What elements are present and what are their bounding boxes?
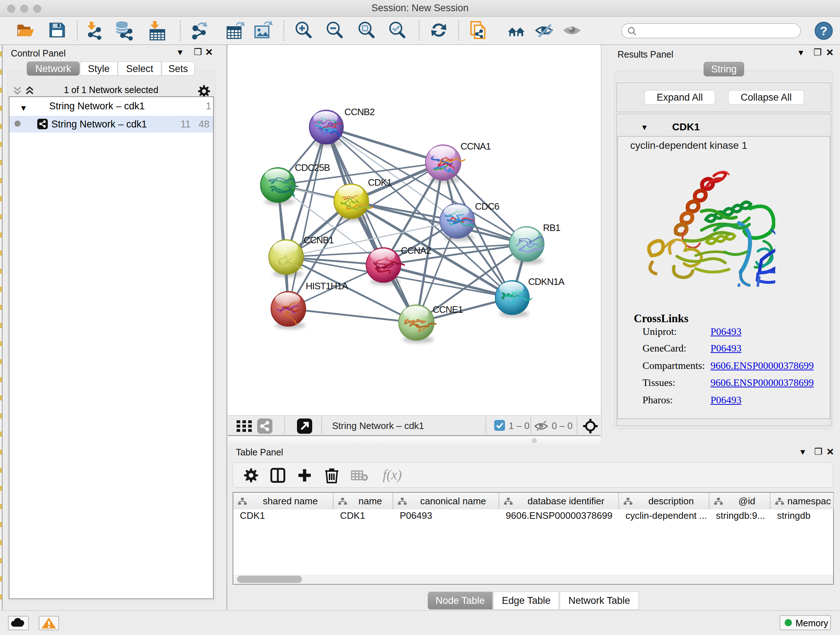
svg-text:CCNB1: CCNB1 xyxy=(303,234,334,245)
svg-text:CDC25B: CDC25B xyxy=(295,162,330,173)
svg-text:CCNA1: CCNA1 xyxy=(461,141,491,152)
svg-text:CCNA2: CCNA2 xyxy=(401,245,431,256)
svg-text:CDC6: CDC6 xyxy=(475,201,499,212)
svg-text:HIST1H1A: HIST1H1A xyxy=(306,280,348,291)
svg-text:CCNE1: CCNE1 xyxy=(433,304,463,315)
svg-text:RB1: RB1 xyxy=(543,222,561,233)
svg-text:CDK1: CDK1 xyxy=(368,177,392,188)
svg-text:CCNB2: CCNB2 xyxy=(344,106,375,117)
svg-text:CDKN1A: CDKN1A xyxy=(528,276,565,287)
